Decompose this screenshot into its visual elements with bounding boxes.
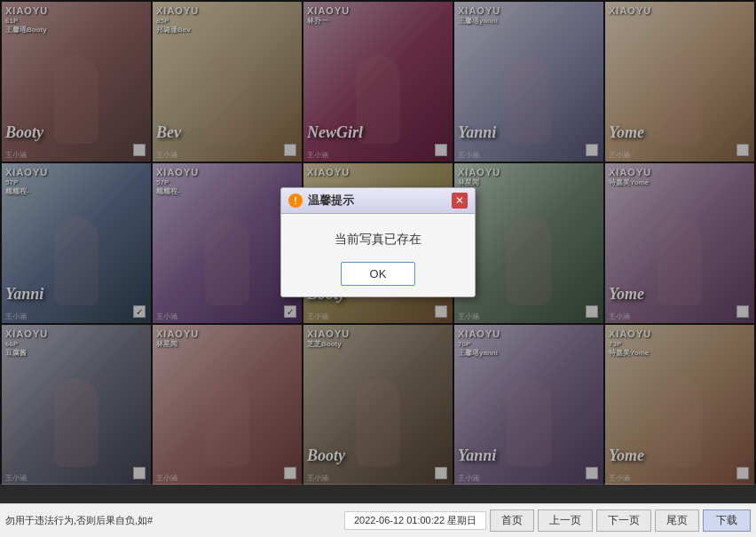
bottom-bar: 勿用于违法行为,否则后果自负,如# 2022-06-12 01:00:22 星期… — [0, 503, 756, 537]
dialog-overlay: ! 温馨提示 ✕ 当前写真已存在 OK — [0, 0, 756, 484]
warning-text: 勿用于违法行为,否则后果自负,如# — [5, 514, 341, 527]
last-page-button[interactable]: 尾页 — [655, 509, 699, 532]
next-page-button[interactable]: 下一页 — [596, 509, 651, 532]
dialog-body: 当前写真已存在 OK — [281, 214, 475, 296]
dialog-title: 温馨提示 — [308, 193, 354, 209]
dialog: ! 温馨提示 ✕ 当前写真已存在 OK — [280, 187, 476, 297]
prev-page-button[interactable]: 上一页 — [538, 509, 593, 532]
first-page-button[interactable]: 首页 — [490, 509, 534, 532]
warning-icon: ! — [288, 193, 303, 208]
dialog-message: 当前写真已存在 — [295, 232, 461, 248]
datetime-display: 2022-06-12 01:00:22 星期日 — [344, 511, 486, 530]
dialog-ok-button[interactable]: OK — [341, 262, 416, 286]
dialog-title-bar: ! 温馨提示 ✕ — [281, 188, 475, 214]
dialog-close-button[interactable]: ✕ — [452, 193, 468, 209]
download-button[interactable]: 下载 — [703, 509, 751, 532]
